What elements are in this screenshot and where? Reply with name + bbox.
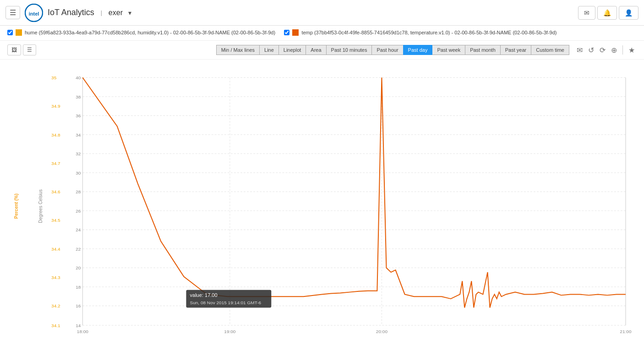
toolbar-right-icons: ✉ ↺ ⟳ ⊕ ★ bbox=[575, 45, 637, 55]
time-btn-day[interactable]: Past day bbox=[403, 45, 432, 55]
legend-label-hume: hume (59f6a823-933a-4ea9-a79d-77cd58b286… bbox=[25, 30, 275, 35]
legend-checkbox-temp[interactable] bbox=[284, 30, 289, 35]
time-btn-hour[interactable]: Past hour bbox=[371, 45, 403, 55]
hamburger-icon: ☰ bbox=[10, 9, 16, 16]
svg-text:38: 38 bbox=[76, 94, 81, 99]
chart-view-button[interactable]: 🖼 bbox=[7, 44, 21, 55]
svg-text:26: 26 bbox=[76, 208, 81, 214]
toolbar-settings-icon[interactable]: ⊕ bbox=[609, 45, 619, 55]
chart-legend: hume (59f6a823-933a-4ea9-a79d-77cd58b286… bbox=[0, 26, 644, 41]
bell-button[interactable]: 🔔 bbox=[597, 6, 617, 20]
svg-text:34.1: 34.1 bbox=[51, 323, 60, 328]
svg-text:34.6: 34.6 bbox=[51, 189, 60, 194]
chart-toolbar: 🖼 ☰ Min / Max lines Line Lineplot Area P… bbox=[0, 41, 644, 60]
user-button[interactable]: 👤 bbox=[619, 6, 639, 20]
svg-text:21:00: 21:00 bbox=[620, 329, 632, 334]
svg-text:34: 34 bbox=[76, 132, 81, 137]
svg-text:34.9: 34.9 bbox=[51, 104, 60, 109]
svg-text:18:00: 18:00 bbox=[77, 329, 89, 334]
svg-text:34.8: 34.8 bbox=[51, 132, 60, 137]
workspace-dropdown-button[interactable]: ▾ bbox=[127, 8, 132, 17]
y-axis-left-label: Percent (%) bbox=[14, 193, 19, 219]
svg-text:16: 16 bbox=[76, 304, 81, 309]
legend-checkbox-hume[interactable] bbox=[7, 30, 13, 35]
svg-text:20:00: 20:00 bbox=[376, 329, 388, 334]
svg-text:28: 28 bbox=[76, 189, 81, 194]
time-btn-month[interactable]: Past month bbox=[465, 45, 500, 55]
svg-text:34.2: 34.2 bbox=[51, 304, 60, 309]
toolbar-view-buttons: 🖼 ☰ bbox=[7, 44, 36, 55]
temperature-line bbox=[82, 77, 626, 307]
header-right: ✉ 🔔 👤 bbox=[578, 6, 639, 20]
svg-text:30: 30 bbox=[76, 170, 81, 175]
svg-text:34.3: 34.3 bbox=[51, 275, 60, 280]
dropdown-arrow-icon: ▾ bbox=[128, 9, 131, 16]
chart-view-icon: 🖼 bbox=[11, 47, 17, 53]
svg-text:24: 24 bbox=[76, 228, 81, 233]
y-axis-right-label: Degrees Celsius bbox=[38, 189, 43, 223]
list-view-button[interactable]: ☰ bbox=[23, 44, 36, 55]
svg-text:35: 35 bbox=[51, 75, 57, 80]
svg-text:14: 14 bbox=[76, 323, 81, 328]
time-btn-10min[interactable]: Past 10 minutes bbox=[326, 45, 372, 55]
time-btn-lineplot[interactable]: Lineplot bbox=[278, 45, 306, 55]
time-btn-week[interactable]: Past week bbox=[432, 45, 465, 55]
svg-text:36: 36 bbox=[76, 113, 81, 118]
chart-container: Percent (%) Degrees Celsius .grid-line {… bbox=[0, 60, 644, 352]
time-btn-area[interactable]: Area bbox=[306, 45, 326, 55]
svg-text:32: 32 bbox=[76, 151, 81, 156]
app-header: ☰ intel IoT Analytics | exer ▾ ✉ 🔔 👤 bbox=[0, 0, 644, 26]
legend-item-temp: temp (37bb4f53-0c4f-49fe-8855-7416459d1c… bbox=[284, 29, 557, 36]
toolbar-autorefresh-icon[interactable]: ⟳ bbox=[598, 45, 607, 55]
time-btn-year[interactable]: Past year bbox=[500, 45, 531, 55]
svg-text:18: 18 bbox=[76, 285, 81, 290]
tooltip-value: value: 17.00 bbox=[190, 292, 217, 298]
workspace-name: exer bbox=[109, 9, 123, 17]
time-btn-line[interactable]: Line bbox=[259, 45, 278, 55]
svg-text:19:00: 19:00 bbox=[224, 329, 236, 334]
mail-button[interactable]: ✉ bbox=[578, 6, 595, 20]
time-btn-custom[interactable]: Custom time bbox=[531, 45, 569, 55]
time-range-buttons: Min / Max lines Line Lineplot Area Past … bbox=[216, 45, 569, 55]
toolbar-mail-icon[interactable]: ✉ bbox=[575, 45, 584, 55]
time-btn-minmax[interactable]: Min / Max lines bbox=[216, 45, 259, 55]
legend-label-temp: temp (37bb4f53-0c4f-49fe-8855-7416459d1c… bbox=[301, 30, 557, 35]
list-view-icon: ☰ bbox=[27, 47, 32, 53]
tooltip-time: Sun, 08 Nov 2015 19:14:01 GMT-6 bbox=[190, 300, 261, 305]
header-left: ☰ intel IoT Analytics | exer ▾ bbox=[5, 4, 132, 22]
svg-text:40: 40 bbox=[76, 75, 81, 80]
toolbar-divider bbox=[622, 45, 623, 55]
app-title: IoT Analytics bbox=[48, 8, 94, 17]
legend-color-hume bbox=[16, 29, 22, 36]
toolbar-star-icon[interactable]: ★ bbox=[627, 45, 637, 55]
legend-color-temp bbox=[292, 29, 299, 36]
legend-item-hume: hume (59f6a823-933a-4ea9-a79d-77cd58b286… bbox=[7, 29, 275, 36]
hamburger-button[interactable]: ☰ bbox=[5, 6, 20, 19]
intel-logo: intel bbox=[25, 4, 43, 22]
svg-text:intel: intel bbox=[29, 11, 39, 16]
chart-svg: .grid-line { stroke: #ddd; stroke-width:… bbox=[46, 69, 635, 339]
svg-text:20: 20 bbox=[76, 266, 81, 271]
svg-text:34.7: 34.7 bbox=[51, 161, 60, 166]
toolbar-refresh-icon[interactable]: ↺ bbox=[586, 45, 596, 55]
title-separator: | bbox=[101, 10, 102, 16]
svg-text:34.5: 34.5 bbox=[51, 218, 60, 223]
svg-text:34.4: 34.4 bbox=[51, 246, 60, 252]
svg-text:22: 22 bbox=[76, 246, 81, 252]
